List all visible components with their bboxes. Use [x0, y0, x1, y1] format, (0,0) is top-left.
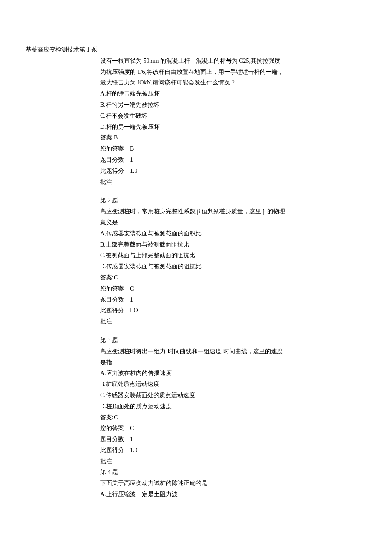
page: 基桩高应变检测技术第 1 题 设有一根直径为 50mm 的混凝土杆，混凝土的标号…	[0, 0, 392, 555]
earned-score: 此题得分：1.0	[100, 166, 339, 176]
question-stem-line: 意义是	[100, 218, 339, 228]
question-label: 第 3 题	[100, 335, 339, 346]
correct-answer: 答案:C	[100, 413, 339, 423]
question-label: 第 2 题	[100, 195, 339, 206]
correct-answer: 答案:B	[100, 133, 339, 143]
option: B.桩底处质点运动速度	[100, 379, 339, 389]
question-stem-line: 设有一根直径为 50mm 的混凝土杆，混凝土的标号为 C25,其抗拉强度	[100, 56, 339, 66]
option: D.杆的另一端先被压坏	[100, 122, 339, 132]
option: A,传感器安装截面与被测截面的面积比	[100, 229, 339, 239]
correct-answer: 答案:C	[100, 273, 339, 283]
question-block: 设有一根直径为 50mm 的混凝土杆，混凝土的标号为 C25,其抗拉强度 为抗压…	[100, 56, 339, 187]
option: A.上行压缩波一定是土阻力波	[100, 489, 339, 500]
question-score: 题目分数：1	[100, 295, 339, 305]
option: A.应力波在桩内的传播速度	[100, 368, 339, 378]
question-block: 第 4 题 下面关于高应变动力试桩的陈述正确的是 A.上行压缩波一定是土阻力波	[100, 467, 339, 499]
question-stem-line: 最大锤击力为 IOkN,请问该杆可能会发生什么情况？	[100, 78, 339, 88]
question-stem-line: 下面关于高应变动力试桩的陈述正确的是	[100, 478, 339, 488]
question-score: 题目分数：1	[100, 155, 339, 165]
your-answer: 您的答案：C	[100, 284, 339, 294]
question-block: 第 3 题 高应变测桩时得出一组力-时间曲线和一组速度-时间曲线，这里的速度 是…	[100, 335, 339, 467]
note-label: 批注：	[100, 177, 339, 187]
earned-score: 此题得分：LO	[100, 305, 339, 316]
option: C.传感器安装截面处的质点运动速度	[100, 390, 339, 401]
note-label: 批注：	[100, 456, 339, 467]
content-column: 设有一根直径为 50mm 的混凝土杆，混凝土的标号为 C25,其抗拉强度 为抗压…	[100, 56, 339, 500]
first-question-label: 第 1 题	[79, 46, 97, 53]
note-label: 批注：	[100, 317, 339, 327]
page-title-line: 基桩高应变检测技术第 1 题	[26, 45, 366, 55]
your-answer: 您的答案：B	[100, 144, 339, 154]
question-stem-line: 高应变测桩时得出一组力-时间曲线和一组速度-时间曲线，这里的速度	[100, 346, 339, 357]
question-stem-line: 高应变测桩时，常用桩身完整性系数 β 值判别桩身质量，这里 β 的物理	[100, 206, 339, 217]
question-stem-line: 为抗压强度的 1/6,将该杆自由放置在地面上，用一手锤锤击杆的一端，	[100, 67, 339, 77]
title-prefix: 基桩高应变检测技术	[26, 46, 79, 53]
option: D.桩顶面处的质点运动速度	[100, 401, 339, 412]
option: C.被测截面与上部完整截面的阻抗比	[100, 250, 339, 261]
question-stem-line: 是指	[100, 357, 339, 368]
option: B.杆的另一端先被拉坏	[100, 100, 339, 110]
earned-score: 此题得分：1.0	[100, 445, 339, 456]
question-label: 第 4 题	[100, 467, 339, 477]
option: C.杆不会发生破坏	[100, 111, 339, 121]
option: B.上部完整截面与被测截面阻抗比	[100, 240, 339, 250]
question-block: 第 2 题 高应变测桩时，常用桩身完整性系数 β 值判别桩身质量，这里 β 的物…	[100, 195, 339, 327]
option: D.传感器安装截面与被测截面的阻抗比	[100, 262, 339, 272]
question-score: 题目分数：1	[100, 434, 339, 445]
your-answer: 您的答案：C	[100, 423, 339, 433]
option: A.杆的锤击端先被压坏	[100, 89, 339, 99]
